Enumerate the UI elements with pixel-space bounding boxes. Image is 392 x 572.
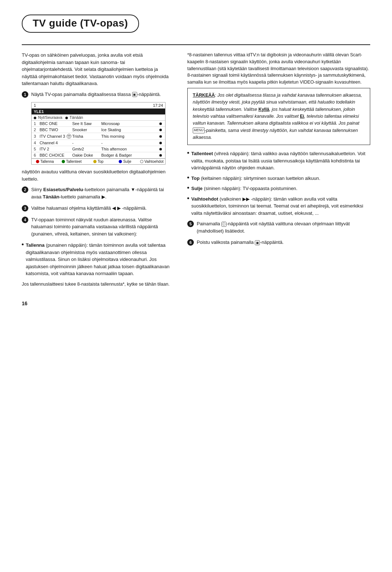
important-box: TÄRKEÄÄ: Jos olet digitaalisessa tilassa… xyxy=(187,88,370,145)
step-1-content: Näytä TV-opas painamalla digitaalisessa … xyxy=(31,91,174,98)
footer-sulje: Sulje xyxy=(112,159,139,164)
svg-point-0 xyxy=(67,134,71,138)
important-text: : Jos olet digitaalisessa tilassa ja vai… xyxy=(193,93,362,140)
tv-guide-yle1: YLE1 xyxy=(34,109,44,114)
bullet-dot-icon xyxy=(22,243,24,245)
row-record-dot xyxy=(159,148,163,150)
step-2-bold1: Esiasetus/Palvelu xyxy=(43,187,83,192)
bullet-tallenna-text: Tallenna (punainen näppäin): tämän toimi… xyxy=(26,242,174,277)
row-record-dot xyxy=(159,122,163,125)
sulje-bold: Sulje xyxy=(191,186,203,191)
row-prog1: Snooker xyxy=(72,128,101,132)
step-2: 2 Siirry Esiasetus/Palvelu-luetteloon pa… xyxy=(22,186,174,200)
row-num: 3 xyxy=(34,134,40,138)
left-column: TV-opas on sähköinen palveluopas, jonka … xyxy=(22,52,174,290)
step-5: 5 Painamalla ⓘ-näppäintä voit näyttää va… xyxy=(187,220,370,234)
channel-icon-svg xyxy=(66,134,72,139)
tv-guide-channel-bar: YLE1 xyxy=(32,109,165,114)
tv-guide-now-bar: Nyt/Seuraava Tänään xyxy=(32,114,165,121)
step-1: 1 Näytä TV-opas painamalla digitaalisess… xyxy=(22,91,174,98)
rec-button-icon: ▣ xyxy=(132,92,137,97)
row-prog2: This afternoon xyxy=(101,147,159,151)
step-2-content: Siirry Esiasetus/Palvelu-luetteloon pain… xyxy=(31,186,174,200)
row-prog1: Oakie Doke xyxy=(72,153,101,157)
dot-icon-7 xyxy=(159,148,162,150)
bullet-item-top: Top (keltainen näppäin): siirtyminen suo… xyxy=(187,175,370,182)
footer-tallenna: Tallenna xyxy=(32,159,58,164)
dot-icon-3 xyxy=(159,122,162,125)
digital-menu-icon: MENU xyxy=(193,128,205,133)
row-num: 6 xyxy=(34,153,40,157)
blue-circle-icon xyxy=(119,160,122,163)
tv-guide-header: 1 17:24 xyxy=(32,102,165,109)
row-prog2: - xyxy=(101,141,159,145)
right-arrow-icon: ▶ xyxy=(102,194,105,200)
row-channel: BBC ONE xyxy=(40,121,66,126)
bullet-item-tallenna: Tallenna (punainen näppäin): tämän toimi… xyxy=(22,242,174,277)
tallenna-bold: Tallenna xyxy=(26,242,45,248)
dot-icon xyxy=(34,117,36,119)
row-num: 5 xyxy=(34,147,40,151)
footer-tallenna-label: Tallenna xyxy=(40,160,54,164)
bullet-top-text: Top (keltainen näppäin): siirtyminen suo… xyxy=(191,175,320,182)
dot-icon-5 xyxy=(159,135,162,138)
footer-top-label: Top xyxy=(98,160,103,164)
table-row: 6 BBC CHOICE Oakie Doke Bodger & Badger xyxy=(32,152,165,158)
table-row: 5 ITV 2 Gmtv2 This afternoon xyxy=(32,146,165,152)
step-5-content: Painamalla ⓘ-näppäintä voit näyttää vali… xyxy=(197,220,370,234)
step-5-number: 5 xyxy=(187,221,194,227)
row-channel: ITV 2 xyxy=(40,147,66,151)
right-column: *8-nastainen tallennus viittaa idTV:n ta… xyxy=(187,52,370,290)
important-label: TÄRKEÄÄ xyxy=(193,93,215,98)
row-prog1: - xyxy=(72,141,101,145)
row-record-dot xyxy=(159,154,163,157)
row-record-dot xyxy=(159,129,163,131)
bullet-dot-icon xyxy=(187,152,189,154)
table-row: 3 ITV Channel 3 Trisha This morning xyxy=(32,133,165,140)
footer-tallenteet-label: Tallenteet xyxy=(66,160,82,164)
step-3: 3 Valitse haluamasi ohjelma käyttämällä … xyxy=(22,205,174,212)
footer-vaihtoehdot: Vaihtoehdot xyxy=(138,159,165,164)
row-prog2: Bodger & Badger xyxy=(101,153,159,157)
row-prog2: Ice Skating xyxy=(101,128,159,132)
green-circle-icon xyxy=(62,160,65,163)
footer-sulje-label: Sulje xyxy=(123,160,131,164)
table-row: 1 BBC ONE See It Saw Microsoap xyxy=(32,121,165,127)
dot-icon-6 xyxy=(159,142,162,144)
bullet-dot-icon xyxy=(187,187,189,189)
row-channel: BBC TWO xyxy=(40,128,66,132)
row-channel: ITV Channel 3 xyxy=(40,134,66,138)
bullet-dot-icon xyxy=(187,197,189,199)
tv-guide-table: 1 17:24 YLE1 Nyt/Seuraava Tänään 1 BBC O… xyxy=(31,102,166,165)
row-num: 4 xyxy=(34,141,40,145)
important-kylla: Kyllä xyxy=(258,107,269,112)
tv-guide-footer: Tallenna Tallenteet Top Sulje xyxy=(32,158,165,164)
now-label: Nyt/Seuraava xyxy=(34,115,62,120)
row-num: 1 xyxy=(34,121,40,126)
bullet-sulje-text: Sulje (sininen näppäin): TV-oppaasta poi… xyxy=(191,185,297,192)
yellow-circle-icon xyxy=(93,160,97,163)
step-2-bold2: Tänään xyxy=(43,194,60,200)
intro-paragraph: TV-opas on sähköinen palveluopas, jonka … xyxy=(22,52,174,87)
step-6-number: 6 xyxy=(187,239,194,246)
row-prog2: Microsoap xyxy=(101,121,159,126)
footer-tallenteet: Tallenteet xyxy=(58,159,85,164)
bullet-item-vaihtoehdot: Vaihtoehdot (valkoinen ▶▶ -näppäin): täm… xyxy=(187,196,370,217)
row-icon xyxy=(66,134,72,139)
bullet-list-left: Tallenna (punainen näppäin): tämän toimi… xyxy=(22,242,174,277)
bullet-vaihtoehdot-text: Vaihtoehdot (valkoinen ▶▶ -näppäin): täm… xyxy=(191,196,370,217)
step-6-content: Poistu valikosta painamalla ▣-näppäintä. xyxy=(197,239,370,246)
important-ei: Ei xyxy=(300,114,304,119)
red-circle-icon xyxy=(36,160,39,163)
step-3-content: Valitse haluamasi ohjelma käyttämällä ◀ … xyxy=(31,205,174,212)
footer-top: Top xyxy=(85,159,112,164)
vaihtoehdot-bold: Vaihtoehdot xyxy=(191,196,218,202)
svg-point-2 xyxy=(69,135,70,136)
row-num: 2 xyxy=(34,128,40,132)
tv-guide-channel-num: 1 xyxy=(34,103,36,108)
dot-icon-2 xyxy=(65,117,68,119)
tv-guide-time: 17:24 xyxy=(153,103,163,108)
step-4: 4 TV-oppaan toiminnot näkyvät ruudun ala… xyxy=(22,216,174,238)
footer-vaihtoehdot-label: Vaihtoehdot xyxy=(144,160,164,164)
step-1-text: Näytä TV-opas painamalla digitaalisessa … xyxy=(31,92,161,97)
